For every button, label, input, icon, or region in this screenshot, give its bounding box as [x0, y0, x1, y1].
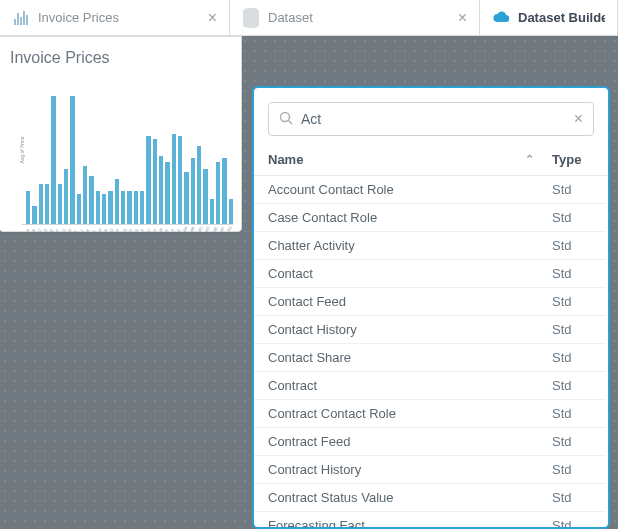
svg-point-0 — [281, 112, 290, 121]
cloud-icon — [492, 9, 510, 27]
tab-label: Dataset Builder — [518, 10, 605, 25]
item-type: Std — [552, 182, 592, 197]
search-icon — [279, 111, 293, 128]
close-icon[interactable]: × — [458, 10, 467, 26]
bar — [184, 172, 188, 224]
bar-chart: Avg of Price ABCDEFGHIJKLMNOPQRSTUVWXYZA… — [22, 75, 233, 225]
bar — [83, 166, 87, 224]
tab-dataset[interactable]: Dataset × — [230, 0, 480, 35]
bar — [45, 184, 49, 224]
list-item[interactable]: Contact HistoryStd — [254, 316, 606, 344]
bar — [229, 199, 233, 224]
y-axis-label: Avg of Price — [19, 136, 25, 163]
tab-label: Invoice Prices — [38, 10, 200, 25]
item-name: Contract Feed — [268, 434, 552, 449]
item-name: Contract History — [268, 462, 552, 477]
item-type: Std — [552, 266, 592, 281]
svg-line-1 — [289, 120, 293, 124]
item-type: Std — [552, 518, 592, 527]
bar — [210, 199, 214, 224]
item-type: Std — [552, 490, 592, 505]
item-name: Forecasting Fact — [268, 518, 552, 527]
object-list[interactable]: Account Contact RoleStdCase Contact Role… — [254, 176, 608, 527]
workspace-canvas: Invoice Prices Avg of Price ABCDEFGHIJKL… — [0, 36, 618, 529]
list-item[interactable]: Contact FeedStd — [254, 288, 606, 316]
list-header: Name ⌃ Type — [254, 146, 608, 176]
list-item[interactable]: ContactStd — [254, 260, 606, 288]
bar — [89, 176, 93, 224]
bar — [64, 169, 68, 224]
bar — [26, 191, 30, 224]
item-type: Std — [552, 294, 592, 309]
bar — [102, 194, 106, 224]
close-icon[interactable]: × — [208, 10, 217, 26]
item-type: Std — [552, 350, 592, 365]
bar — [39, 184, 43, 224]
item-name: Contract Status Value — [268, 490, 552, 505]
sort-asc-icon[interactable]: ⌃ — [525, 153, 534, 166]
bar — [77, 194, 81, 224]
bar — [115, 179, 119, 224]
list-item[interactable]: Contract HistoryStd — [254, 456, 606, 484]
list-item[interactable]: Contact ShareStd — [254, 344, 606, 372]
item-name: Contract — [268, 378, 552, 393]
clear-icon[interactable]: × — [574, 111, 583, 127]
item-name: Contact Feed — [268, 294, 552, 309]
bar — [216, 162, 220, 224]
bar — [153, 139, 157, 224]
item-type: Std — [552, 322, 592, 337]
chart-icon — [12, 9, 30, 27]
bar — [165, 162, 169, 224]
bar — [159, 156, 163, 224]
bar — [203, 169, 207, 224]
bar — [51, 96, 55, 224]
item-type: Std — [552, 434, 592, 449]
item-name: Case Contact Role — [268, 210, 552, 225]
tab-invoice-prices[interactable]: Invoice Prices × — [0, 0, 230, 35]
list-item[interactable]: Contract FeedStd — [254, 428, 606, 456]
list-item[interactable]: Contract Status ValueStd — [254, 484, 606, 512]
list-item[interactable]: Case Contact RoleStd — [254, 204, 606, 232]
bar — [70, 96, 74, 224]
item-type: Std — [552, 462, 592, 477]
item-name: Account Contact Role — [268, 182, 552, 197]
tab-label: Dataset — [268, 10, 450, 25]
tab-dataset-builder[interactable]: Dataset Builder — [480, 0, 618, 35]
column-type[interactable]: Type — [548, 152, 594, 167]
item-name: Contract Contact Role — [268, 406, 552, 421]
item-name: Contact Share — [268, 350, 552, 365]
item-name: Contact History — [268, 322, 552, 337]
bar — [197, 146, 201, 224]
bar — [140, 191, 144, 224]
bar — [108, 191, 112, 224]
list-item[interactable]: Forecasting FactStd — [254, 512, 606, 527]
search-input[interactable] — [301, 111, 566, 127]
bar — [134, 191, 138, 224]
list-item[interactable]: Contract Contact RoleStd — [254, 400, 606, 428]
list-item[interactable]: ContractStd — [254, 372, 606, 400]
list-item[interactable]: Account Contact RoleStd — [254, 176, 606, 204]
bar — [191, 158, 195, 224]
item-type: Std — [552, 378, 592, 393]
list-item[interactable]: Chatter ActivityStd — [254, 232, 606, 260]
item-type: Std — [552, 238, 592, 253]
column-name[interactable]: Name — [268, 152, 525, 167]
bar — [127, 191, 131, 224]
chart-preview-card: Invoice Prices Avg of Price ABCDEFGHIJKL… — [0, 36, 242, 232]
bar — [58, 184, 62, 224]
bar — [178, 136, 182, 224]
tab-bar: Invoice Prices × Dataset × Dataset Build… — [0, 0, 618, 36]
bar — [146, 136, 150, 224]
bar — [121, 191, 125, 224]
item-name: Contact — [268, 266, 552, 281]
item-name: Chatter Activity — [268, 238, 552, 253]
search-box[interactable]: × — [268, 102, 594, 136]
bar — [172, 134, 176, 224]
bar — [96, 191, 100, 224]
item-type: Std — [552, 406, 592, 421]
bar — [222, 158, 226, 224]
dataset-builder-panel: × Name ⌃ Type Account Contact RoleStdCas… — [252, 86, 610, 529]
item-type: Std — [552, 210, 592, 225]
chart-title: Invoice Prices — [10, 49, 231, 67]
bar — [32, 206, 36, 224]
